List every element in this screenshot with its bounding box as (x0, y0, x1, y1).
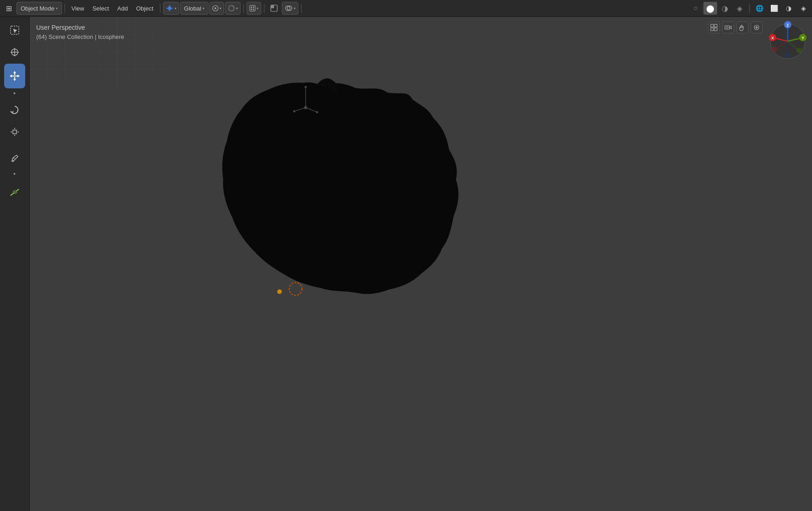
rotate-tool[interactable] (4, 99, 25, 120)
3d-cursor[interactable] (287, 281, 304, 297)
shading-wireframe-btn[interactable]: ○ (689, 2, 702, 15)
shading-rendered-btn[interactable]: ◈ (733, 2, 746, 15)
viewport-controls (708, 22, 763, 33)
navigation-gizmo[interactable]: X Y Z (767, 21, 808, 62)
svg-rect-8 (253, 7, 254, 8)
pivot-dropdown[interactable]: ▾ (163, 2, 179, 15)
cursor-tool[interactable] (4, 42, 25, 63)
top-toolbar: ⊞ Object Mode ▾ View Select Add Object ▾… (0, 0, 812, 17)
origin-dot (277, 289, 282, 294)
svg-point-41 (293, 110, 296, 113)
transform-orientation-dropdown[interactable]: Global ▾ (180, 2, 209, 15)
svg-rect-19 (13, 130, 16, 134)
render-icon[interactable]: ⬜ (767, 2, 781, 15)
svg-rect-43 (711, 24, 713, 27)
move-subtool[interactable]: ▸ (4, 87, 25, 98)
grid-background (30, 17, 167, 86)
separator-3 (243, 4, 244, 13)
global-label: Global (184, 5, 202, 12)
svg-rect-46 (714, 28, 717, 31)
annotate-subtool[interactable]: ▸ (4, 168, 25, 179)
separator-6 (749, 4, 750, 13)
view-layer-icon[interactable]: ◈ (796, 2, 810, 15)
left-sidebar: ▸ ▸ m (0, 17, 30, 511)
svg-rect-32 (30, 17, 167, 86)
svg-point-56 (796, 48, 802, 53)
grid-view-btn[interactable] (708, 22, 720, 33)
scene-icon[interactable]: ◑ (782, 2, 796, 15)
shading-solid-btn[interactable]: ⬤ (703, 2, 717, 15)
svg-point-58 (785, 53, 790, 58)
measure-tool[interactable]: m (4, 182, 25, 203)
svg-rect-47 (725, 26, 730, 29)
svg-point-4 (214, 7, 216, 9)
snap-dropdown[interactable]: ▾ (209, 2, 224, 15)
separator-2 (160, 4, 160, 13)
proportional-dropdown[interactable]: ▾ (225, 2, 241, 15)
separator-5 (301, 4, 302, 13)
overlay-dropdown[interactable]: ▾ (282, 2, 298, 15)
svg-text:Z: Z (786, 23, 789, 27)
scale-tool[interactable] (4, 121, 25, 142)
svg-line-24 (12, 161, 14, 162)
proportional-icon (228, 5, 235, 12)
display-mode-icon (249, 5, 256, 11)
svg-rect-6 (250, 5, 255, 11)
menu-add[interactable]: Add (114, 2, 132, 15)
camera-view-btn[interactable] (722, 22, 734, 33)
mode-chevron: ▾ (56, 6, 58, 11)
move-tool[interactable] (4, 64, 25, 88)
svg-rect-45 (711, 28, 713, 31)
display-mode-dropdown[interactable]: ▾ (247, 2, 261, 15)
editor-type-icon[interactable] (267, 2, 281, 15)
zoom-view-btn[interactable] (751, 22, 763, 33)
svg-line-28 (17, 189, 19, 190)
world-icon[interactable]: 🌐 (752, 2, 766, 15)
svg-rect-7 (251, 7, 252, 8)
svg-line-27 (11, 194, 12, 196)
workspace-icon[interactable]: ⊞ (2, 2, 16, 15)
svg-point-48 (726, 27, 728, 28)
svg-line-38 (294, 108, 306, 111)
svg-rect-44 (714, 24, 717, 27)
svg-point-54 (772, 47, 777, 52)
annotate-tool[interactable] (4, 148, 25, 169)
separator-1 (65, 4, 65, 13)
select-box-tool[interactable] (4, 20, 25, 41)
snap-icon (212, 5, 219, 11)
mode-dropdown[interactable]: Object Mode ▾ (16, 2, 62, 15)
pan-view-btn[interactable] (736, 22, 748, 33)
svg-rect-12 (271, 5, 274, 8)
svg-point-40 (316, 111, 318, 114)
shading-material-btn[interactable]: ◑ (718, 2, 732, 15)
svg-point-39 (305, 86, 307, 88)
svg-rect-9 (251, 9, 252, 10)
svg-text:X: X (771, 36, 774, 40)
mode-label: Object Mode (21, 5, 55, 12)
menu-select[interactable]: Select (89, 2, 113, 15)
svg-rect-10 (253, 9, 254, 10)
svg-text:Y: Y (801, 36, 804, 40)
icosphere-mesh (158, 76, 488, 324)
overlay-icon (285, 5, 293, 11)
pivot-icon (166, 5, 173, 12)
viewport[interactable]: User Perspective (64) Scene Collection |… (30, 17, 812, 511)
svg-line-37 (306, 108, 317, 112)
svg-point-42 (289, 283, 302, 295)
transform-manipulator[interactable] (292, 85, 319, 117)
svg-line-25 (13, 158, 15, 158)
separator-4 (264, 4, 264, 13)
menu-object[interactable]: Object (132, 2, 157, 15)
menu-view[interactable]: View (68, 2, 88, 15)
